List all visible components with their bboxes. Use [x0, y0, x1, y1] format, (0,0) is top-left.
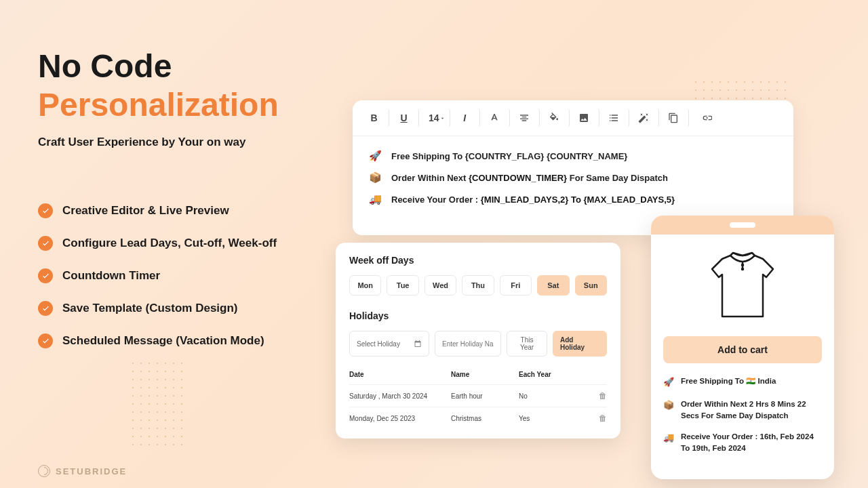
editor-toolbar: B U 14 I [353, 100, 793, 136]
check-icon [38, 236, 53, 251]
brand-logo-icon [38, 465, 50, 477]
align-button[interactable] [515, 108, 540, 127]
feature-item: Creative Editor & Live Preview [38, 203, 336, 218]
add-holiday-button[interactable]: Add Holiday [553, 331, 607, 357]
font-family-button[interactable] [486, 108, 510, 127]
day-mon[interactable]: Mon [349, 275, 381, 296]
brand-name: SETUBRIDGE [56, 466, 127, 476]
bold-button[interactable]: B [365, 108, 389, 127]
check-icon [38, 268, 53, 283]
rocket-icon: 🚀 [663, 375, 674, 389]
check-icon [38, 203, 53, 218]
holiday-name-input[interactable] [435, 331, 501, 357]
image-button[interactable] [575, 108, 599, 127]
editor-line: 📦Order Within Next {COUNTDOWN_TIMER} For… [369, 171, 777, 184]
phone-preview: Add to cart 🚀Free Shipping To 🇮🇳 India 📦… [651, 216, 834, 479]
holidays-table: Date Name Each Year Saturday , March 30 … [349, 365, 607, 429]
magic-button[interactable] [635, 108, 659, 127]
product-image [663, 245, 822, 327]
day-wed[interactable]: Wed [425, 275, 456, 296]
editor-line: 🚚Receive Your Order : {MIN_LEAD_DAYS,2} … [369, 193, 777, 205]
svg-point-1 [742, 268, 743, 270]
table-row: Saturday , March 30 2024 Earth hour No 🗑 [349, 385, 607, 407]
weekoff-title: Week off Days [349, 255, 607, 266]
feature-item: Scheduled Message (Vacation Mode) [38, 333, 336, 348]
font-size-select[interactable]: 14 [425, 108, 450, 127]
delete-icon[interactable]: 🗑 [599, 391, 607, 401]
truck-icon: 🚚 [369, 193, 382, 205]
weekday-selector: Mon Tue Wed Thu Fri Sat Sun [349, 275, 607, 296]
decoration-dots-bottom [129, 359, 186, 447]
preview-line: 📦Order Within Next 2 Hrs 8 Mins 22 Secs … [663, 399, 822, 422]
add-to-cart-button[interactable]: Add to cart [663, 336, 822, 363]
weekoff-holidays-panel: Week off Days Mon Tue Wed Thu Fri Sat Su… [336, 243, 620, 439]
feature-item: Save Template (Custom Design) [38, 301, 336, 316]
brand-footer: SETUBRIDGE [38, 465, 127, 477]
heading-line-2: Personalization [38, 87, 336, 123]
day-sun[interactable]: Sun [575, 275, 607, 296]
svg-point-0 [742, 264, 743, 266]
check-icon [38, 301, 53, 316]
holidays-title: Holidays [349, 310, 607, 321]
day-fri[interactable]: Fri [500, 275, 532, 296]
day-sat[interactable]: Sat [537, 275, 569, 296]
heading-line-1: No Code [38, 49, 336, 85]
preview-line: 🚚Receive Your Order : 16th, Feb 2024 To … [663, 431, 822, 455]
italic-button[interactable]: I [456, 108, 480, 127]
select-holiday-input[interactable]: Select Holiday [349, 331, 429, 357]
phone-notch-bar [651, 216, 834, 235]
day-thu[interactable]: Thu [462, 275, 494, 296]
this-year-toggle[interactable]: This Year [507, 331, 547, 357]
check-icon [38, 333, 53, 348]
package-icon: 📦 [369, 171, 382, 184]
table-header: Date Name Each Year [349, 365, 607, 385]
day-tue[interactable]: Tue [387, 275, 418, 296]
delete-icon[interactable]: 🗑 [599, 413, 607, 423]
feature-list: Creative Editor & Live Preview Configure… [38, 203, 336, 348]
copy-button[interactable] [665, 108, 689, 127]
preview-line: 🚀Free Shipping To 🇮🇳 India [663, 375, 822, 389]
link-button[interactable] [694, 108, 719, 127]
package-icon: 📦 [663, 399, 674, 422]
feature-item: Countdown Timer [38, 268, 336, 283]
editor-line: 🚀Free Shipping To {COUNTRY_FLAG} {COUNTR… [369, 150, 777, 162]
feature-item: Configure Lead Days, Cut-off, Week-off [38, 236, 336, 251]
table-row: Monday, Dec 25 2023 Christmas Yes 🗑 [349, 407, 607, 429]
holiday-add-bar: Select Holiday This Year Add Holiday [349, 331, 607, 357]
underline-button[interactable]: U [395, 108, 419, 127]
hero-left: No Code Personalization Craft User Exper… [38, 49, 336, 366]
list-button[interactable] [605, 108, 629, 127]
heading-subtitle: Craft User Experience by Your on way [38, 136, 336, 149]
fill-color-button[interactable] [545, 108, 570, 127]
truck-icon: 🚚 [663, 431, 674, 455]
rocket-icon: 🚀 [369, 150, 382, 162]
